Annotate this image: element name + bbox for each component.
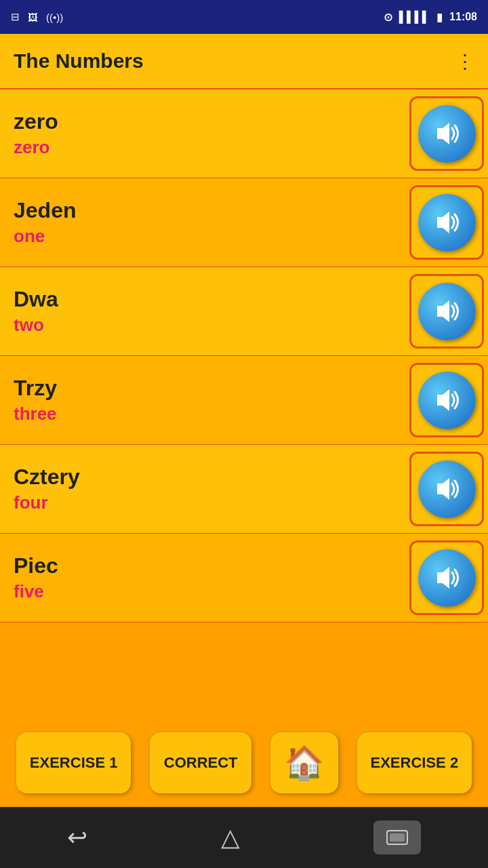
svg-marker-4 <box>437 478 449 500</box>
word-list: zero zero Jeden one <box>0 88 488 719</box>
image-icon: 🖼 <box>28 12 38 23</box>
word-english-1: one <box>14 226 76 247</box>
home-nav-button[interactable]: △ <box>221 823 240 852</box>
sound-button-1[interactable] <box>409 185 484 260</box>
svg-marker-2 <box>437 300 449 322</box>
bottom-toolbar: EXERCISE 1 CORRECT 🏠 EXERCISE 2 <box>0 719 488 807</box>
speaker-icon-0 <box>432 119 462 149</box>
word-row-jeden: Jeden one <box>0 178 488 267</box>
home-icon: 🏠 <box>284 744 325 782</box>
home-button[interactable]: 🏠 <box>270 732 338 793</box>
speaker-icon-4 <box>432 474 462 504</box>
clock: 11:08 <box>449 11 477 23</box>
svg-marker-3 <box>437 389 449 411</box>
speaker-icon-2 <box>432 296 462 326</box>
speaker-icon-5 <box>432 563 462 593</box>
signal-icon: ▌▌▌▌ <box>399 11 430 23</box>
svg-marker-5 <box>437 567 449 589</box>
app-header: The Numbers ⋮ <box>0 34 488 88</box>
status-right-icons: ⊙ ▌▌▌▌ ▮ 11:08 <box>384 11 477 24</box>
sound-button-3[interactable] <box>409 363 484 437</box>
exercise1-button[interactable]: EXERCISE 1 <box>16 732 131 793</box>
navigation-bar: ↩ △ <box>0 807 488 868</box>
wifi-icon: ((•)) <box>46 12 63 23</box>
word-polish-3: Trzy <box>14 376 57 401</box>
word-row-cztery: Cztery four <box>0 445 488 534</box>
svg-rect-7 <box>390 833 405 842</box>
sound-button-0[interactable] <box>409 96 484 171</box>
target-icon: ⊙ <box>384 11 392 24</box>
exercise2-button[interactable]: EXERCISE 2 <box>357 732 472 793</box>
word-polish-5: Piec <box>14 553 58 578</box>
word-english-2: two <box>14 315 58 336</box>
word-polish-1: Jeden <box>14 198 76 223</box>
svg-marker-0 <box>437 123 449 144</box>
correct-button[interactable]: CORRECT <box>150 732 251 793</box>
back-button[interactable]: ↩ <box>67 823 87 852</box>
word-row-zero: zero zero <box>0 90 488 178</box>
speaker-icon-1 <box>432 208 462 237</box>
word-english-3: three <box>14 403 57 425</box>
word-polish-2: Dwa <box>14 287 58 312</box>
back-icon: ↩ <box>67 823 87 852</box>
home-nav-icon: △ <box>221 823 240 852</box>
cast-icon: ⊟ <box>11 11 20 23</box>
word-row-trzy: Trzy three <box>0 356 488 445</box>
sound-button-4[interactable] <box>409 452 484 526</box>
sound-button-2[interactable] <box>409 274 484 349</box>
sound-button-5[interactable] <box>409 540 484 615</box>
speaker-icon-3 <box>432 385 462 415</box>
overview-button[interactable] <box>373 821 421 854</box>
word-polish-0: zero <box>14 109 58 134</box>
word-polish-4: Cztery <box>14 465 80 490</box>
status-bar: ⊟ 🖼 ((•)) ⊙ ▌▌▌▌ ▮ 11:08 <box>0 0 488 34</box>
status-left-icons: ⊟ 🖼 ((•)) <box>11 11 63 23</box>
overview-icon <box>373 821 421 854</box>
word-english-4: four <box>14 492 80 513</box>
word-english-5: five <box>14 581 58 602</box>
svg-marker-1 <box>437 212 449 233</box>
word-english-0: zero <box>14 137 58 158</box>
page-title: The Numbers <box>14 50 144 73</box>
word-row-piec: Piec five <box>0 534 488 623</box>
word-row-dwa: Dwa two <box>0 267 488 356</box>
menu-button[interactable]: ⋮ <box>455 50 474 73</box>
empty-area <box>0 623 488 704</box>
battery-icon: ▮ <box>436 11 443 24</box>
